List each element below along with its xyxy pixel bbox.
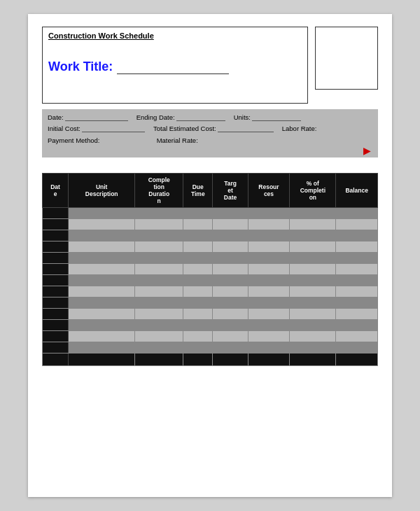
table-row[interactable] [43, 354, 378, 366]
cell-percent[interactable] [290, 219, 336, 230]
cell-due[interactable] [183, 298, 213, 309]
cell-unit[interactable] [69, 331, 135, 342]
cell-completion[interactable] [135, 354, 183, 366]
table-row[interactable] [43, 342, 378, 354]
cell-target[interactable] [213, 331, 248, 342]
cell-balance[interactable] [336, 320, 378, 331]
cell-date[interactable] [43, 342, 69, 354]
cell-target[interactable] [213, 208, 248, 219]
cell-due[interactable] [183, 331, 213, 342]
cell-target[interactable] [213, 309, 248, 320]
cell-resources[interactable] [248, 309, 290, 320]
cell-resources[interactable] [248, 241, 290, 253]
cell-completion[interactable] [135, 331, 183, 342]
cell-resources[interactable] [248, 275, 290, 286]
cell-date[interactable] [43, 230, 69, 241]
cell-balance[interactable] [336, 241, 378, 253]
cell-target[interactable] [213, 286, 248, 298]
cell-due[interactable] [183, 230, 213, 241]
cell-due[interactable] [183, 320, 213, 331]
cell-resources[interactable] [248, 219, 290, 230]
cell-completion[interactable] [135, 342, 183, 354]
table-row[interactable] [43, 298, 378, 309]
cell-percent[interactable] [290, 342, 336, 354]
cell-resources[interactable] [248, 354, 290, 366]
cell-percent[interactable] [290, 331, 336, 342]
cell-resources[interactable] [248, 342, 290, 354]
cell-balance[interactable] [336, 298, 378, 309]
cell-completion[interactable] [135, 309, 183, 320]
cell-resources[interactable] [248, 286, 290, 298]
cell-percent[interactable] [290, 309, 336, 320]
cell-balance[interactable] [336, 331, 378, 342]
cell-percent[interactable] [290, 230, 336, 241]
cell-target[interactable] [213, 241, 248, 253]
cell-resources[interactable] [248, 264, 290, 275]
cell-balance[interactable] [336, 275, 378, 286]
cell-balance[interactable] [336, 342, 378, 354]
cell-due[interactable] [183, 354, 213, 366]
cell-unit[interactable] [69, 241, 135, 253]
cell-due[interactable] [183, 208, 213, 219]
cell-date[interactable] [43, 264, 69, 275]
cell-completion[interactable] [135, 320, 183, 331]
cell-percent[interactable] [290, 253, 336, 264]
cell-completion[interactable] [135, 230, 183, 241]
cell-target[interactable] [213, 354, 248, 366]
cell-date[interactable] [43, 354, 69, 366]
cell-completion[interactable] [135, 286, 183, 298]
cell-due[interactable] [183, 342, 213, 354]
cell-percent[interactable] [290, 320, 336, 331]
cell-unit[interactable] [69, 354, 135, 366]
cell-balance[interactable] [336, 309, 378, 320]
cell-unit[interactable] [69, 275, 135, 286]
cell-unit[interactable] [69, 264, 135, 275]
cell-resources[interactable] [248, 253, 290, 264]
cell-due[interactable] [183, 286, 213, 298]
cell-target[interactable] [213, 253, 248, 264]
cell-completion[interactable] [135, 264, 183, 275]
cell-date[interactable] [43, 298, 69, 309]
cell-date[interactable] [43, 309, 69, 320]
cell-unit[interactable] [69, 342, 135, 354]
cell-date[interactable] [43, 275, 69, 286]
table-row[interactable] [43, 320, 378, 331]
cell-unit[interactable] [69, 286, 135, 298]
cell-percent[interactable] [290, 298, 336, 309]
table-row[interactable] [43, 275, 378, 286]
date-input-line[interactable] [65, 113, 128, 121]
table-row[interactable] [43, 331, 378, 342]
cell-balance[interactable] [336, 208, 378, 219]
table-row[interactable] [43, 264, 378, 275]
cell-target[interactable] [213, 298, 248, 309]
cell-completion[interactable] [135, 298, 183, 309]
cell-unit[interactable] [69, 320, 135, 331]
table-row[interactable] [43, 309, 378, 320]
initial-cost-input-line[interactable] [82, 124, 145, 132]
table-row[interactable] [43, 253, 378, 264]
cell-resources[interactable] [248, 331, 290, 342]
cell-balance[interactable] [336, 264, 378, 275]
cell-due[interactable] [183, 264, 213, 275]
cell-unit[interactable] [69, 309, 135, 320]
cell-completion[interactable] [135, 241, 183, 253]
cell-date[interactable] [43, 331, 69, 342]
units-input-line[interactable] [252, 113, 301, 121]
cell-target[interactable] [213, 264, 248, 275]
work-title-input-line[interactable] [117, 60, 229, 74]
cell-date[interactable] [43, 320, 69, 331]
cell-due[interactable] [183, 253, 213, 264]
table-row[interactable] [43, 230, 378, 241]
cell-unit[interactable] [69, 298, 135, 309]
table-row[interactable] [43, 286, 378, 298]
cell-unit[interactable] [69, 208, 135, 219]
cell-balance[interactable] [336, 354, 378, 366]
cell-date[interactable] [43, 253, 69, 264]
table-row[interactable] [43, 241, 378, 253]
cell-completion[interactable] [135, 208, 183, 219]
cell-unit[interactable] [69, 230, 135, 241]
cell-due[interactable] [183, 241, 213, 253]
cell-date[interactable] [43, 219, 69, 230]
cell-percent[interactable] [290, 354, 336, 366]
ending-date-input-line[interactable] [176, 113, 225, 121]
